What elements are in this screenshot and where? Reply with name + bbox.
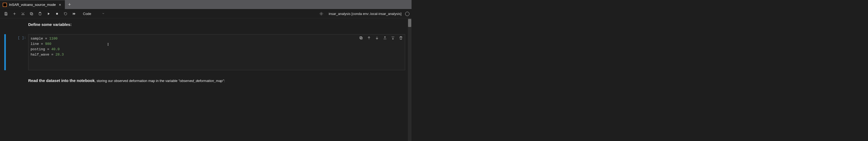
notebook-area: Define some variables: [ ]: sample = 110…	[0, 18, 411, 141]
new-tab-button[interactable]: +	[65, 0, 74, 9]
delete-cell-icon[interactable]	[399, 36, 403, 40]
svg-rect-8	[56, 13, 58, 15]
svg-rect-4	[31, 13, 33, 15]
cell-type-label: Code	[83, 12, 91, 16]
paste-button[interactable]	[36, 10, 43, 18]
code-cell[interactable]: [ ]: sample = 1100 line = 980 posting = …	[4, 34, 405, 70]
insert-cell-button[interactable]	[11, 10, 18, 18]
markdown-var: observed_deformation_map	[178, 79, 224, 83]
interrupt-button[interactable]	[53, 10, 61, 18]
insert-above-icon[interactable]	[382, 36, 388, 40]
tab-active[interactable]: InSAR_volcano_source_mode ×	[0, 0, 65, 9]
kernel-name[interactable]: insar_analysis [conda env:.local-insar_a…	[329, 12, 401, 16]
svg-rect-5	[30, 13, 32, 15]
tab-bar: InSAR_volcano_source_mode × +	[0, 0, 411, 9]
svg-rect-1	[5, 14, 7, 15]
insert-below-icon[interactable]	[391, 36, 395, 40]
cell-prompt: [ ]:	[9, 34, 28, 70]
cell-toolbar	[359, 36, 403, 40]
markdown-tail: :	[224, 79, 225, 83]
duplicate-cell-icon[interactable]	[359, 36, 364, 40]
scroll-thumb[interactable]	[408, 19, 411, 27]
svg-point-9	[321, 13, 322, 15]
markdown-cell[interactable]: Define some variables:	[28, 22, 403, 27]
chevron-down-icon	[102, 12, 105, 16]
markdown-cell[interactable]: Read the dataset into the notebook, stor…	[28, 78, 403, 83]
restart-run-all-button[interactable]	[70, 10, 78, 18]
run-button[interactable]	[45, 10, 52, 18]
svg-point-3	[23, 14, 24, 15]
cell-type-select[interactable]: Code	[81, 12, 107, 16]
markdown-heading: Define some variables:	[28, 22, 71, 27]
move-up-icon[interactable]	[367, 36, 371, 40]
save-button[interactable]	[2, 10, 9, 18]
markdown-heading-bold: Read the dataset into the notebook	[28, 78, 95, 83]
cut-button[interactable]	[19, 10, 27, 18]
notebook-toolbar: Code insar_analysis [conda env:.local-in…	[0, 9, 411, 18]
svg-point-2	[22, 14, 22, 15]
text-cursor	[108, 42, 108, 46]
notebook-file-icon	[3, 3, 7, 7]
debugger-icon[interactable]	[317, 10, 325, 18]
svg-rect-10	[360, 37, 362, 39]
cell-run-indicator	[4, 34, 6, 70]
code-editor[interactable]: sample = 1100 line = 980 posting = 40.0 …	[28, 34, 405, 70]
kernel-status-icon[interactable]	[405, 12, 409, 16]
vertical-scrollbar[interactable]	[408, 18, 411, 141]
svg-rect-11	[360, 37, 362, 39]
close-icon[interactable]: ×	[58, 3, 62, 7]
markdown-text: , storing our observed deformation map i…	[95, 79, 178, 83]
tab-title: InSAR_volcano_source_mode	[9, 3, 56, 7]
svg-rect-0	[3, 3, 6, 6]
copy-button[interactable]	[28, 10, 35, 18]
move-down-icon[interactable]	[375, 36, 379, 40]
restart-button[interactable]	[62, 10, 69, 18]
